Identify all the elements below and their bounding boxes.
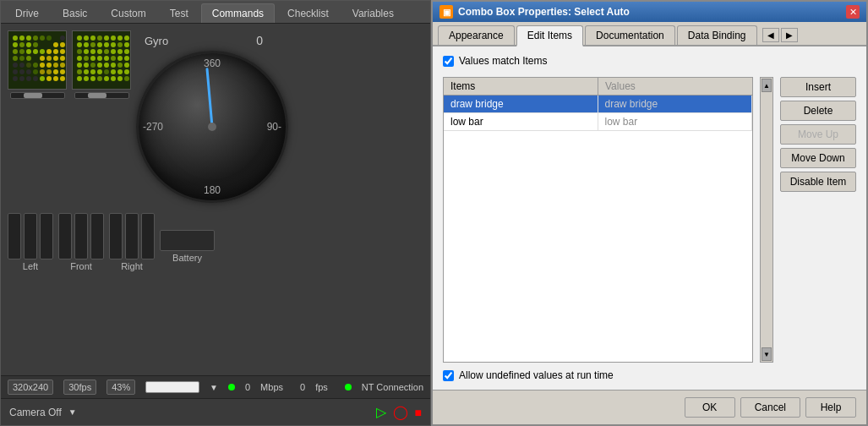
tab-next-button[interactable]: ▶ [781, 28, 798, 42]
disable-item-button[interactable]: Disable Item [780, 172, 856, 192]
svg-point-27 [53, 63, 58, 68]
tab-data-binding[interactable]: Data Binding [677, 25, 757, 45]
status-bar: 320x240 30fps 43% ▼ 0 Mbps 0 fps NT Conn… [1, 375, 430, 398]
table-row-1[interactable]: low bar low bar [444, 113, 752, 131]
slider-2[interactable] [74, 92, 129, 99]
move-down-button[interactable]: Move Down [780, 148, 856, 168]
svg-point-21 [53, 42, 58, 47]
bar-front-3 [90, 213, 104, 259]
svg-point-65 [104, 42, 109, 47]
grid-2 [72, 30, 131, 90]
play-button[interactable]: ▷ [376, 404, 386, 420]
svg-point-37 [33, 63, 38, 68]
table-row-0[interactable]: draw bridge draw bridge [444, 96, 752, 113]
dropdown-arrow[interactable]: ▼ [210, 383, 218, 392]
values-match-label: Values match Items [459, 55, 547, 67]
tab-drive[interactable]: Drive [4, 3, 50, 23]
bar-right-2 [125, 213, 139, 259]
svg-point-2 [19, 36, 25, 41]
camera-dropdown-arrow[interactable]: ▼ [68, 407, 77, 417]
tab-documentation[interactable]: Documentation [585, 25, 675, 45]
svg-point-46 [60, 36, 65, 41]
bar-front-1 [58, 213, 72, 259]
items-header: Items Values [444, 78, 752, 96]
svg-point-96 [97, 69, 102, 74]
slider-1[interactable] [10, 92, 65, 99]
gauge-label-right: 90- [267, 121, 281, 133]
gauge-needle [205, 68, 213, 127]
svg-point-40 [26, 69, 31, 74]
svg-point-22 [46, 56, 52, 61]
tab-checklist[interactable]: Checklist [276, 3, 340, 23]
tab-basic[interactable]: Basic [52, 3, 98, 23]
svg-point-95 [90, 69, 96, 74]
bar-left-1 [8, 213, 21, 259]
tab-commands[interactable]: Commands [201, 3, 275, 23]
allow-undefined-checkbox[interactable] [443, 370, 454, 381]
svg-point-108 [124, 76, 129, 81]
cell-value-0: draw bridge [598, 96, 753, 112]
ok-button[interactable]: OK [685, 397, 735, 418]
svg-point-45 [33, 76, 38, 81]
dialog-panel: ▣ Combo Box Properties: Select Auto ✕ Ap… [431, 0, 868, 426]
svg-point-103 [90, 76, 96, 81]
tab-variables[interactable]: Variables [341, 3, 405, 23]
svg-point-8 [33, 42, 38, 47]
label-right: Right [121, 261, 143, 271]
svg-point-58 [111, 36, 116, 41]
record-button[interactable]: ◯ [393, 404, 408, 420]
svg-point-99 [117, 69, 123, 74]
svg-point-102 [84, 76, 89, 81]
nt-indicator [345, 384, 352, 390]
tab-prev-button[interactable]: ◀ [762, 28, 779, 42]
items-table-wrapper: Items Values draw bridge draw bridge low… [443, 77, 753, 363]
svg-point-39 [19, 69, 25, 74]
svg-point-62 [84, 42, 89, 47]
svg-point-92 [124, 63, 129, 68]
tab-appearance[interactable]: Appearance [438, 25, 515, 45]
title-icon: ▣ [439, 5, 453, 19]
svg-point-80 [97, 56, 102, 61]
tab-custom[interactable]: Custom [100, 3, 156, 23]
svg-rect-0 [8, 31, 67, 90]
stop-button[interactable]: ■ [415, 406, 422, 419]
percent-badge: 43% [106, 380, 135, 395]
svg-point-81 [104, 56, 109, 61]
svg-point-20 [46, 49, 52, 54]
scrollbar[interactable]: ▲ ▼ [760, 77, 773, 363]
svg-point-94 [84, 69, 89, 74]
svg-point-10 [46, 36, 52, 41]
svg-point-36 [26, 63, 31, 68]
delete-button[interactable]: Delete [780, 101, 856, 121]
svg-point-13 [26, 49, 31, 54]
svg-point-17 [19, 56, 25, 61]
close-button[interactable]: ✕ [846, 5, 860, 19]
label-left: Left [23, 261, 38, 271]
resolution-badge: 320x240 [8, 380, 53, 395]
svg-point-34 [13, 63, 18, 68]
tab-edit-items[interactable]: Edit Items [516, 25, 583, 46]
svg-point-85 [77, 63, 82, 68]
svg-point-78 [84, 56, 89, 61]
fps-label: fps [315, 382, 328, 392]
gauge-label-left: -270 [143, 121, 163, 133]
dialog-footer: OK Cancel Help [433, 390, 866, 424]
svg-point-71 [90, 49, 96, 54]
gyro-title: Gyro [145, 35, 168, 47]
values-match-checkbox[interactable] [443, 56, 454, 67]
svg-point-104 [97, 76, 102, 81]
mbps-value: 0 [245, 382, 250, 392]
svg-point-42 [13, 76, 18, 81]
tab-test[interactable]: Test [159, 3, 199, 23]
svg-point-28 [40, 69, 45, 74]
cancel-button[interactable]: Cancel [740, 397, 800, 418]
col-header-items: Items [444, 78, 598, 95]
help-button[interactable]: Help [805, 397, 856, 418]
move-up-button[interactable]: Move Up [780, 124, 856, 145]
insert-button[interactable]: Insert [780, 77, 856, 97]
svg-point-47 [60, 42, 65, 47]
grid-section: // rendered via inline SVG circles [8, 30, 288, 369]
svg-point-51 [60, 69, 65, 74]
fps-badge: 30fps [63, 380, 96, 395]
mbps-indicator [228, 384, 235, 390]
